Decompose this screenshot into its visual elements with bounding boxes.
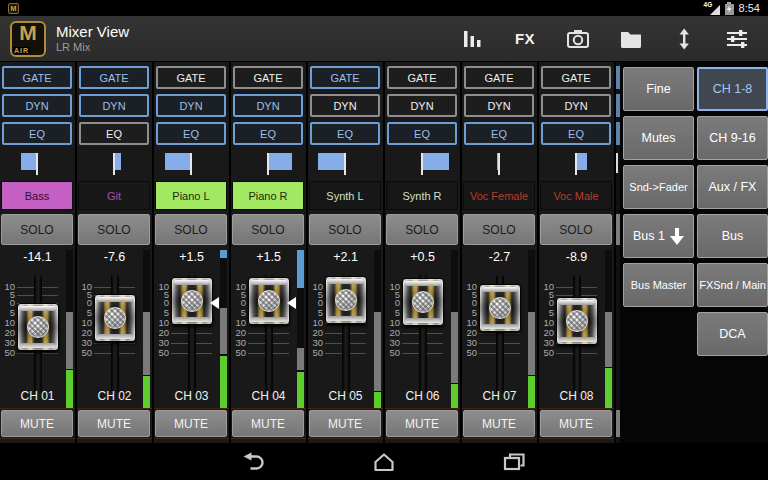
mute-button[interactable]: MUTE <box>540 410 612 437</box>
meter-gray-segment <box>66 312 73 369</box>
pan-slider[interactable] <box>391 150 453 178</box>
fader-knob[interactable] <box>325 276 367 324</box>
channel-name[interactable]: Synth R <box>386 181 458 210</box>
fader-knob[interactable] <box>17 303 59 351</box>
pan-slider[interactable] <box>160 150 222 178</box>
mute-button[interactable]: MUTE <box>78 410 150 437</box>
mute-button[interactable]: MUTE <box>232 410 304 437</box>
sidebar-button-fxsnd-main[interactable]: FXSnd / Main <box>697 263 768 307</box>
sidebar-button-ch-1-8[interactable]: CH 1-8 <box>697 67 768 111</box>
meter-gain-reduction-segment <box>297 250 304 288</box>
solo-button[interactable]: SOLO <box>232 214 304 245</box>
dyn-button[interactable]: DYN <box>387 94 457 117</box>
fader-db-value: -8.9 <box>539 250 614 264</box>
pan-center-tick <box>36 153 38 175</box>
eq-button[interactable]: EQ <box>233 122 303 145</box>
dyn-button[interactable]: DYN <box>79 94 149 117</box>
fader-knob[interactable] <box>248 277 290 325</box>
eq-button[interactable]: EQ <box>541 122 611 145</box>
eq-button[interactable]: EQ <box>310 122 380 145</box>
mute-button[interactable]: MUTE <box>463 410 535 437</box>
mute-button[interactable]: MUTE <box>386 410 458 437</box>
channel-name[interactable]: Voc Female <box>463 181 535 210</box>
back-icon[interactable] <box>241 450 267 474</box>
fader-knob-cap <box>335 289 357 311</box>
dyn-button[interactable]: DYN <box>464 94 534 117</box>
next-channel-sliver <box>616 62 620 443</box>
eq-button[interactable]: EQ <box>79 122 149 145</box>
sidebar-button-dca[interactable]: DCA <box>697 312 768 356</box>
sidebar-button-bus[interactable]: Bus <box>697 214 768 258</box>
pan-slider[interactable] <box>545 150 607 178</box>
recents-icon[interactable] <box>501 450 527 474</box>
status-clock: 8:54 <box>739 2 760 14</box>
setup-sliders-icon[interactable] <box>724 26 750 52</box>
gate-button[interactable]: GATE <box>156 66 226 89</box>
meter-bridge-icon[interactable] <box>459 26 485 52</box>
layer-sidebar: FineCH 1-8MutesCH 9-16Snd->FaderAux / FX… <box>620 62 768 443</box>
sidebar-button-ch-9-16[interactable]: CH 9-16 <box>697 116 768 160</box>
gate-button[interactable]: GATE <box>464 66 534 89</box>
fx-button[interactable]: FX <box>512 26 538 52</box>
fader-knob-cap <box>258 290 280 312</box>
meter-gray-segment <box>297 348 304 370</box>
channel-label: CH 07 <box>462 385 537 408</box>
fader-knob[interactable] <box>171 277 213 325</box>
eq-button[interactable]: EQ <box>2 122 72 145</box>
fader-knob[interactable] <box>479 284 521 332</box>
solo-button[interactable]: SOLO <box>155 214 227 245</box>
dyn-button[interactable]: DYN <box>2 94 72 117</box>
gate-button[interactable]: GATE <box>233 66 303 89</box>
sidebar-button-aux-fx[interactable]: Aux / FX <box>697 165 768 209</box>
home-icon[interactable] <box>371 450 397 474</box>
gate-button[interactable]: GATE <box>79 66 149 89</box>
pan-slider[interactable] <box>237 150 299 178</box>
pan-value-bar <box>318 153 345 170</box>
gate-button[interactable]: GATE <box>310 66 380 89</box>
sidebar-button-fine[interactable]: Fine <box>623 67 694 111</box>
pan-slider[interactable] <box>83 150 145 178</box>
solo-button[interactable]: SOLO <box>463 214 535 245</box>
mute-button[interactable]: MUTE <box>309 410 381 437</box>
solo-button[interactable]: SOLO <box>386 214 458 245</box>
gate-button[interactable]: GATE <box>387 66 457 89</box>
eq-button[interactable]: EQ <box>156 122 226 145</box>
solo-button[interactable]: SOLO <box>78 214 150 245</box>
channel-name[interactable]: Bass <box>1 181 73 210</box>
channel-strip: GATE DYN EQ Git SOLO -7.6 1050510203050 … <box>77 62 154 443</box>
gate-button[interactable]: GATE <box>2 66 72 89</box>
fader-knob[interactable] <box>556 297 598 345</box>
channel-label: CH 02 <box>77 385 152 408</box>
dyn-button[interactable]: DYN <box>233 94 303 117</box>
gate-button[interactable]: GATE <box>541 66 611 89</box>
sidebar-button-bus-master[interactable]: Bus Master <box>623 263 694 307</box>
channel-name[interactable]: Voc Male <box>540 181 612 210</box>
channel-name[interactable]: Piano R <box>232 181 304 210</box>
pan-slider[interactable] <box>468 150 530 178</box>
sidebar-button-snd-fader[interactable]: Snd->Fader <box>623 165 694 209</box>
eq-button[interactable]: EQ <box>387 122 457 145</box>
eq-button[interactable]: EQ <box>464 122 534 145</box>
meter-gray-segment <box>374 312 381 391</box>
mute-button[interactable]: MUTE <box>155 410 227 437</box>
dyn-button[interactable]: DYN <box>541 94 611 117</box>
solo-button[interactable]: SOLO <box>1 214 73 245</box>
channel-updown-icon[interactable] <box>671 26 697 52</box>
sidebar-button-mutes[interactable]: Mutes <box>623 116 694 160</box>
pan-slider[interactable] <box>6 150 68 178</box>
channel-name[interactable]: Git <box>78 181 150 210</box>
fader-knob[interactable] <box>402 278 444 326</box>
sidebar-button-bus-1[interactable]: Bus 1 <box>623 214 694 258</box>
solo-button[interactable]: SOLO <box>309 214 381 245</box>
channel-name[interactable]: Piano L <box>155 181 227 210</box>
snapshot-camera-icon[interactable] <box>565 26 591 52</box>
page-title: Mixer View <box>56 24 129 41</box>
solo-button[interactable]: SOLO <box>540 214 612 245</box>
dyn-button[interactable]: DYN <box>310 94 380 117</box>
pan-slider[interactable] <box>314 150 376 178</box>
mute-button[interactable]: MUTE <box>1 410 73 437</box>
fader-knob[interactable] <box>94 294 136 342</box>
scenes-folder-icon[interactable] <box>618 26 644 52</box>
channel-name[interactable]: Synth L <box>309 181 381 210</box>
dyn-button[interactable]: DYN <box>156 94 226 117</box>
